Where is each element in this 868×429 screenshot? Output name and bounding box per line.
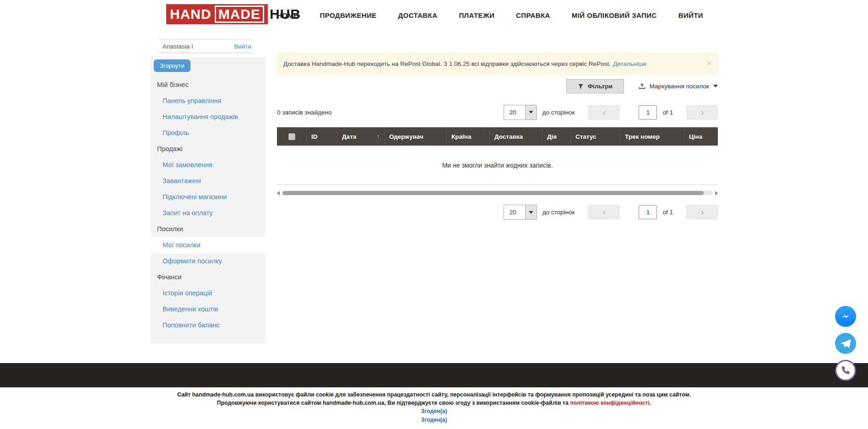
col-id[interactable]: ID	[307, 127, 337, 146]
col-price[interactable]: Ціна	[684, 127, 718, 146]
cookie-line-2: Продовжуючи користуватися сайтом handmad…	[0, 399, 868, 407]
next-page-button[interactable]: ›	[687, 105, 718, 119]
prev-page-button[interactable]: ‹	[588, 105, 619, 119]
notice-banner: Доставка Handmade-Hub переходить на RePo…	[277, 53, 718, 75]
sidebar-menu: Мій бізнес Панель управління Налаштуванн…	[151, 77, 266, 333]
col-delivery[interactable]: Доставка	[490, 127, 542, 146]
chevron-down-icon	[529, 211, 533, 214]
prev-page-button[interactable]: ‹	[588, 205, 619, 219]
scrollbar-track[interactable]	[282, 191, 712, 195]
sidebar-section-my-business: Мій бізнес	[151, 77, 266, 93]
page-size-select[interactable]: 20	[504, 205, 537, 220]
scroll-left-icon[interactable]	[277, 191, 280, 195]
page-number-input[interactable]	[639, 105, 657, 119]
of-pages-label: of 1	[662, 109, 673, 116]
cookie-line-2-text: Продовжуючи користуватися сайтом handmad…	[217, 400, 570, 406]
filters-label: Фільтри	[588, 83, 613, 90]
footer-dark-bar	[0, 363, 868, 387]
agree-link-2[interactable]: Згоден(а)	[0, 416, 868, 424]
select-all-checkbox[interactable]	[288, 133, 295, 140]
messenger-icon[interactable]	[835, 306, 856, 327]
next-page-button[interactable]: ›	[687, 205, 718, 219]
sidebar-item-dashboard[interactable]: Панель управління	[151, 93, 266, 109]
sidebar-item-connected-shops[interactable]: Підключені магазини	[151, 189, 266, 205]
logo-red-block: HAND MADE	[166, 4, 268, 24]
top-header: HAND MADE HUB HOME ПРОДВИЖЕНИЕ ДОСТАВКА …	[0, 0, 868, 30]
pager-bottom: 20 до сторінок ‹ of 1 ›	[504, 205, 718, 220]
sidebar-section-finance: Фінанси	[151, 269, 266, 285]
scroll-right-icon[interactable]	[715, 191, 718, 195]
cookie-period: .	[650, 400, 651, 406]
col-track-number[interactable]: Трек номер	[620, 127, 684, 146]
col-status[interactable]: Статус	[571, 127, 620, 146]
notice-text: Доставка Handmade-Hub переходить на RePo…	[283, 60, 611, 67]
cookie-line-1: Сайт handmade-hub.com.ua використовує фа…	[0, 391, 868, 399]
nav-home[interactable]: HOME	[277, 11, 298, 19]
social-buttons	[835, 306, 856, 381]
chevron-down-icon	[713, 85, 718, 87]
col-action[interactable]: Дія	[542, 127, 571, 146]
sidebar-section-parcels: Посилки	[151, 221, 266, 237]
nav-my-account[interactable]: МІЙ ОБЛІКОВИЙ ЗАПИС	[572, 11, 657, 19]
username: Anastasia I	[163, 43, 193, 50]
sidebar-item-my-orders[interactable]: Мої замовлення	[151, 157, 266, 173]
cookie-footer: Сайт handmade-hub.com.ua використовує фа…	[0, 391, 868, 424]
sidebar-item-transaction-history[interactable]: Історія операцій	[151, 285, 266, 301]
per-page-label: до сторінок	[542, 209, 575, 216]
top-nav: HOME ПРОДВИЖЕНИЕ ДОСТАВКА ПЛАТЕЖИ СПРАВК…	[277, 0, 703, 30]
logout-link[interactable]: Вийти	[234, 43, 251, 50]
parcel-marking-dropdown[interactable]: Маркування посилок	[639, 83, 718, 90]
filters-button[interactable]: Фільтри	[566, 79, 624, 93]
page-number-input[interactable]	[639, 205, 657, 219]
sidebar-item-profile[interactable]: Профіль	[151, 125, 266, 141]
sidebar-item-payment-request[interactable]: Запит на оплату	[151, 205, 266, 221]
close-icon[interactable]: ×	[706, 59, 711, 67]
chevron-down-icon	[529, 111, 533, 114]
nav-promotion[interactable]: ПРОДВИЖЕНИЕ	[320, 11, 377, 19]
records-count: 0 записів знайдено	[277, 109, 332, 116]
nav-help[interactable]: СПРАВКА	[516, 11, 550, 19]
select-caret-cell	[525, 205, 537, 219]
agree-link-1[interactable]: Згоден(а)	[0, 407, 868, 416]
parcels-table: ID Дата ↑ Одержувач Країна Доставка Дія …	[277, 127, 718, 185]
sidebar-item-top-up-balance[interactable]: Поповнити баланс	[151, 317, 266, 333]
logo-made: MADE	[215, 5, 264, 23]
select-all-cell	[277, 127, 307, 146]
viber-icon[interactable]	[835, 360, 856, 381]
nav-delivery[interactable]: ДОСТАВКА	[398, 11, 438, 19]
notice-details-link[interactable]: Детальніше	[613, 60, 646, 67]
sort-asc-icon: ↑	[377, 133, 380, 140]
horizontal-scrollbar	[277, 190, 718, 196]
collapse-button[interactable]: Згорнути	[154, 60, 190, 72]
bottom-pager-row: 20 до сторінок ‹ of 1 ›	[277, 205, 718, 220]
toolbar: Фільтри Маркування посилок	[277, 78, 718, 94]
logo-hand: HAND	[170, 6, 212, 22]
sidebar: Згорнути Мій бізнес Панель управління На…	[151, 57, 266, 343]
col-country[interactable]: Країна	[447, 127, 490, 146]
filter-funnel-icon	[578, 83, 584, 89]
upload-icon	[639, 83, 646, 90]
page-size-value: 20	[504, 205, 525, 219]
parcel-marking-label: Маркування посилок	[650, 83, 709, 90]
col-date[interactable]: Дата ↑	[337, 127, 385, 146]
pager-top: 20 до сторінок ‹ of 1 ›	[504, 105, 718, 120]
results-row: 0 записів знайдено 20 до сторінок ‹ of 1…	[277, 104, 718, 120]
sidebar-section-sales: Продажі	[151, 141, 266, 157]
sidebar-item-sales-settings[interactable]: Налаштування продажів	[151, 109, 266, 125]
sidebar-item-withdraw-funds[interactable]: Виведення коштів	[151, 301, 266, 317]
col-recipient[interactable]: Одержувач	[385, 127, 447, 146]
of-pages-label: of 1	[662, 209, 673, 216]
sidebar-item-my-parcels[interactable]: Мої посилки	[151, 237, 266, 253]
table-header: ID Дата ↑ Одержувач Країна Доставка Дія …	[277, 127, 718, 146]
page-size-value: 20	[504, 105, 525, 119]
nav-logout[interactable]: ВИЙТИ	[678, 11, 703, 19]
sidebar-item-create-parcel[interactable]: Оформити посилку	[151, 253, 266, 269]
sidebar-item-uploaded[interactable]: Завантажені	[151, 173, 266, 189]
scrollbar-thumb[interactable]	[282, 191, 704, 195]
nav-payments[interactable]: ПЛАТЕЖИ	[459, 11, 494, 19]
privacy-policy-link[interactable]: політикою конфіденційності	[570, 400, 650, 406]
page-size-select[interactable]: 20	[504, 105, 537, 120]
user-box: Anastasia I Вийти	[159, 39, 253, 53]
telegram-icon[interactable]	[835, 333, 856, 354]
select-caret-cell	[525, 105, 537, 119]
